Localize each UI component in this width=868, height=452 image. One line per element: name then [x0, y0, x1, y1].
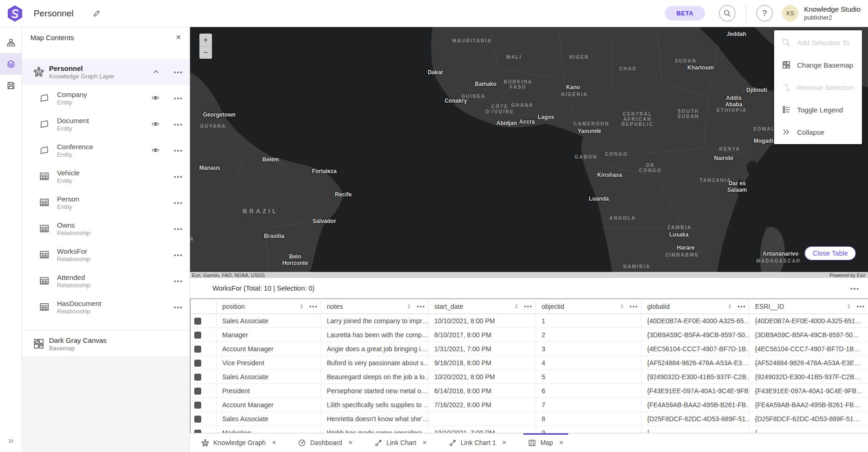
group-options-button[interactable]: •••: [174, 69, 183, 76]
row-checkbox[interactable]: [194, 430, 201, 433]
column-options-button[interactable]: •••: [416, 303, 425, 310]
layer-options-button[interactable]: •••: [174, 147, 183, 154]
close-tab-icon[interactable]: ✕: [423, 439, 427, 446]
layer-item[interactable]: HasDocument Relationship •••: [22, 294, 190, 320]
close-tab-icon[interactable]: ✕: [272, 439, 276, 446]
column-options-button[interactable]: •••: [629, 303, 638, 310]
row-checkbox[interactable]: [194, 318, 201, 325]
layer-options-button[interactable]: •••: [174, 278, 183, 285]
layer-item[interactable]: WorksFor Relationship •••: [22, 242, 190, 268]
sort-icon[interactable]: [406, 303, 412, 310]
column-header[interactable]: position •••: [217, 299, 321, 314]
view-tab[interactable]: Link Chart 1 ✕: [444, 433, 512, 452]
menu-item[interactable]: Change Basemap: [774, 54, 862, 76]
layer-item[interactable]: Conference Entity •••: [22, 137, 190, 163]
sort-icon[interactable]: [619, 303, 625, 310]
datamodel-icon: [7, 38, 15, 47]
attribute-table-panel: WorksFor (Total: 10 | Selection: 0) ••• …: [190, 278, 868, 433]
help-button[interactable]: ?: [756, 5, 773, 21]
column-options-button[interactable]: •••: [524, 303, 533, 310]
close-tab-icon[interactable]: ✕: [502, 439, 507, 446]
rail-item[interactable]: [0, 53, 21, 75]
cell-start-date: 1/31/2021, 7:00 PM: [429, 342, 536, 356]
row-checkbox[interactable]: [194, 402, 201, 409]
layer-options-button[interactable]: •••: [174, 251, 183, 258]
layer-item[interactable]: Company Entity •••: [22, 85, 190, 111]
avatar[interactable]: KS: [782, 5, 798, 21]
cell-esri-id: {FE4A59AB-BAA2-495B-B261-FB…: [749, 398, 868, 412]
column-label: objectid: [542, 303, 564, 310]
sort-icon[interactable]: [727, 303, 733, 310]
menu-item[interactable]: Add Selection To: [774, 31, 862, 54]
view-tab[interactable]: Map ✕: [523, 433, 568, 452]
polygon-icon: [39, 145, 49, 155]
linkchart-icon: [374, 439, 382, 447]
search-button[interactable]: [719, 5, 735, 21]
layer-item[interactable]: Person Entity •••: [22, 189, 190, 216]
product-name: Knowledge Studio: [804, 5, 861, 14]
column-header[interactable]: ESRI__ID •••: [749, 299, 868, 314]
table-row: Sales Associate Henrietta doesn't know w…: [191, 412, 868, 426]
close-table-button[interactable]: Close Table: [804, 246, 856, 260]
page-title: Personnel: [34, 8, 74, 19]
row-checkbox[interactable]: [194, 388, 201, 395]
basemap-item[interactable]: Dark Gray Canvas Basemap: [22, 331, 190, 357]
map-options-menu: Add Selection To Change Basemap Remove S…: [774, 30, 862, 144]
view-tab[interactable]: Knowledge Graph ✕: [197, 433, 281, 452]
tab-label: Link Chart: [387, 439, 416, 446]
layer-options-button[interactable]: •••: [174, 121, 183, 128]
eye-icon[interactable]: [151, 94, 160, 102]
eye-icon[interactable]: [151, 146, 160, 154]
column-header[interactable]: start_date •••: [429, 299, 536, 314]
sort-icon[interactable]: [514, 303, 519, 310]
view-tab[interactable]: Link Chart ✕: [370, 433, 432, 452]
cell-globalid: {40DE0B7A-EF0E-4000-A325-65…: [642, 314, 749, 328]
layer-type: Relationship: [57, 229, 91, 236]
menu-item[interactable]: Remove Selection: [774, 76, 862, 98]
row-checkbox[interactable]: [194, 346, 201, 353]
layer-options-button[interactable]: •••: [174, 199, 183, 206]
row-checkbox[interactable]: [194, 360, 201, 367]
column-header[interactable]: globalid •••: [642, 299, 749, 314]
close-panel-icon[interactable]: ✕: [176, 34, 181, 41]
row-checkbox[interactable]: [194, 332, 201, 339]
sort-icon[interactable]: [846, 303, 852, 310]
column-options-button[interactable]: •••: [856, 303, 865, 310]
close-tab-icon[interactable]: ✕: [348, 439, 353, 446]
close-tab-icon[interactable]: ✕: [559, 439, 564, 446]
layer-item[interactable]: Attended Relationship •••: [22, 268, 190, 294]
tablegrid-icon: [39, 250, 49, 260]
layer-options-button[interactable]: •••: [174, 95, 183, 102]
layer-item[interactable]: Document Entity •••: [22, 111, 190, 137]
column-options-button[interactable]: •••: [737, 303, 746, 310]
column-options-button[interactable]: •••: [309, 303, 318, 310]
column-header[interactable]: notes •••: [321, 299, 429, 314]
cell-globalid: {…: [642, 426, 749, 433]
rail-item[interactable]: [0, 32, 21, 53]
column-header[interactable]: objectid •••: [536, 299, 642, 314]
menu-item[interactable]: Toggle Legend: [774, 98, 862, 121]
layer-group-personnel[interactable]: Personnel Knowledge Graph Layer •••: [22, 59, 190, 85]
row-checkbox[interactable]: [194, 374, 201, 381]
layer-options-button[interactable]: •••: [174, 304, 183, 311]
zoom-in-button[interactable]: +: [199, 34, 212, 46]
sort-icon[interactable]: [299, 303, 304, 310]
map-view[interactable]: MAURITANIA MALI NIGER SUDAN CHAD BURKINA…: [190, 27, 868, 272]
cell-position: Vice President: [217, 356, 321, 370]
expand-rail-button[interactable]: [0, 438, 21, 446]
pencil-icon[interactable]: [92, 9, 101, 18]
cell-position: Marketing: [217, 426, 321, 433]
layer-item[interactable]: Vehicle Entity •••: [22, 163, 190, 189]
chevron-up-icon[interactable]: [152, 68, 160, 76]
table-options-button[interactable]: •••: [850, 285, 860, 292]
gauge-icon: [298, 439, 306, 447]
row-checkbox[interactable]: [194, 416, 201, 423]
layer-options-button[interactable]: •••: [174, 225, 183, 232]
zoom-out-button[interactable]: −: [199, 46, 212, 59]
layer-item[interactable]: Owns Relationship •••: [22, 216, 190, 242]
layer-options-button[interactable]: •••: [174, 173, 183, 180]
menu-item[interactable]: Collapse: [774, 121, 862, 143]
view-tab[interactable]: Dashboard ✕: [293, 433, 358, 452]
eye-icon[interactable]: [151, 120, 160, 128]
rail-item[interactable]: [0, 75, 21, 96]
